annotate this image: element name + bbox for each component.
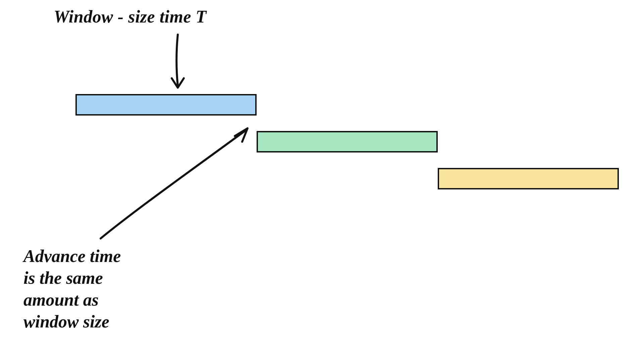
label-advance-time: Advance time is the same amount as windo…: [23, 245, 121, 332]
arrow-down-icon: [158, 32, 198, 92]
label-advance-line1: Advance time: [23, 245, 121, 267]
label-advance-line2: is the same: [23, 267, 121, 289]
label-advance-line4: window size: [23, 311, 121, 332]
label-advance-line3: amount as: [23, 289, 121, 311]
arrow-up-right-icon: [87, 121, 262, 245]
window-bar-3: [438, 168, 619, 189]
diagram-stage: Window - size time T Advance time is the…: [0, 0, 644, 356]
window-bar-1: [75, 94, 257, 116]
label-window-size: Window - size time T: [54, 7, 207, 27]
window-bar-2: [257, 131, 438, 152]
